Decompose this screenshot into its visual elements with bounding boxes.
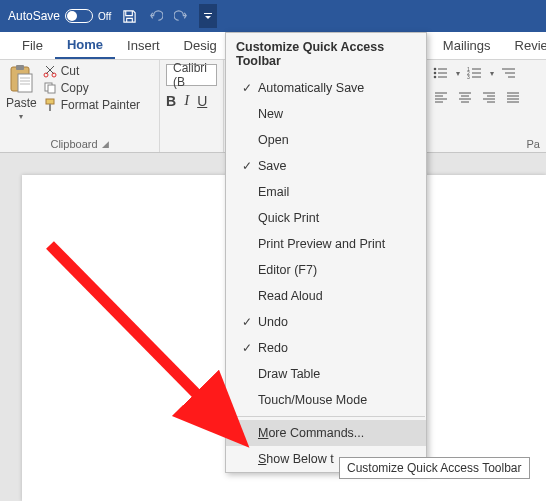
check-icon: ✓ <box>236 315 258 329</box>
menu-item-draw-table[interactable]: Draw Table <box>226 361 426 387</box>
menu-item-label: Draw Table <box>258 367 320 381</box>
menu-title: Customize Quick Access Toolbar <box>226 33 426 75</box>
font-name-combo[interactable]: Calibri (B <box>166 64 217 86</box>
chevron-down-icon[interactable]: ▾ <box>456 69 460 78</box>
svg-rect-10 <box>46 99 54 104</box>
switch-knob <box>67 11 77 21</box>
menu-item-label: Automatically Save <box>258 81 364 95</box>
cut-label: Cut <box>61 64 80 78</box>
multilevel-list-icon[interactable] <box>500 64 518 82</box>
menu-item-email[interactable]: Email <box>226 179 426 205</box>
qat-customize-menu: Customize Quick Access Toolbar ✓Automati… <box>225 32 427 473</box>
menu-item-quick-print[interactable]: Quick Print <box>226 205 426 231</box>
chevron-down-icon[interactable]: ▾ <box>19 112 23 121</box>
cut-icon <box>43 64 57 78</box>
menu-item-label: Print Preview and Print <box>258 237 385 251</box>
bullets-icon[interactable] <box>432 64 450 82</box>
menu-item-label: Save <box>258 159 287 173</box>
menu-item-label: Redo <box>258 341 288 355</box>
paste-icon <box>8 64 34 94</box>
save-icon[interactable] <box>121 8 137 24</box>
underline-button[interactable]: U <box>197 93 207 109</box>
qat-customize-dropdown[interactable] <box>199 4 217 28</box>
clipboard-group-label: Clipboard <box>50 138 97 150</box>
svg-point-16 <box>434 76 437 79</box>
svg-rect-9 <box>48 85 55 93</box>
menu-more-commands[interactable]: More Commands... <box>226 420 426 446</box>
paste-button[interactable]: Paste ▾ <box>6 64 37 121</box>
group-paragraph: ▾ 123 ▾ Pa <box>426 60 546 152</box>
menu-item-print-preview-and-print[interactable]: Print Preview and Print <box>226 231 426 257</box>
tab-home[interactable]: Home <box>55 32 115 59</box>
format-painter-icon <box>43 98 57 112</box>
tab-file[interactable]: File <box>10 32 55 59</box>
tooltip: Customize Quick Access Toolbar <box>339 457 530 479</box>
menu-item-automatically-save[interactable]: ✓Automatically Save <box>226 75 426 101</box>
align-center-icon[interactable] <box>456 88 474 106</box>
autosave-switch[interactable] <box>65 9 93 23</box>
menu-item-new[interactable]: New <box>226 101 426 127</box>
menu-item-touch-mouse-mode[interactable]: Touch/Mouse Mode <box>226 387 426 413</box>
format-painter-button[interactable]: Format Painter <box>43 98 140 112</box>
svg-text:3: 3 <box>467 74 470 80</box>
menu-item-save[interactable]: ✓Save <box>226 153 426 179</box>
autosave-toggle[interactable]: AutoSave Off <box>8 9 111 23</box>
menu-item-editor-f7-[interactable]: Editor (F7) <box>226 257 426 283</box>
paste-label: Paste <box>6 96 37 110</box>
menu-item-redo[interactable]: ✓Redo <box>226 335 426 361</box>
menu-separator <box>227 416 425 417</box>
justify-icon[interactable] <box>504 88 522 106</box>
menu-item-label: Read Aloud <box>258 289 323 303</box>
group-font: Calibri (B B I U <box>160 60 224 152</box>
format-painter-label: Format Painter <box>61 98 140 112</box>
menu-item-undo[interactable]: ✓Undo <box>226 309 426 335</box>
chevron-down-icon[interactable]: ▾ <box>490 69 494 78</box>
clipboard-launcher-icon[interactable]: ◢ <box>102 139 109 149</box>
tab-design[interactable]: Desig <box>172 32 229 59</box>
copy-label: Copy <box>61 81 89 95</box>
menu-item-label: Editor (F7) <box>258 263 317 277</box>
svg-rect-1 <box>16 65 24 70</box>
check-icon: ✓ <box>236 341 258 355</box>
menu-item-label: Undo <box>258 315 288 329</box>
autosave-state: Off <box>98 11 111 22</box>
italic-button[interactable]: I <box>184 92 189 109</box>
menu-item-label: Email <box>258 185 289 199</box>
numbering-icon[interactable]: 123 <box>466 64 484 82</box>
svg-point-12 <box>434 68 437 71</box>
menu-item-label: Open <box>258 133 289 147</box>
svg-rect-11 <box>49 104 51 111</box>
title-bar: AutoSave Off <box>0 0 546 32</box>
paragraph-group-label: Pa <box>527 138 540 150</box>
menu-item-open[interactable]: Open <box>226 127 426 153</box>
align-left-icon[interactable] <box>432 88 450 106</box>
tab-insert[interactable]: Insert <box>115 32 172 59</box>
menu-item-label: New <box>258 107 283 121</box>
menu-item-read-aloud[interactable]: Read Aloud <box>226 283 426 309</box>
bold-button[interactable]: B <box>166 93 176 109</box>
svg-point-14 <box>434 72 437 75</box>
copy-icon <box>43 81 57 95</box>
autosave-label: AutoSave <box>8 9 60 23</box>
check-icon: ✓ <box>236 81 258 95</box>
tab-review[interactable]: Review <box>503 32 546 59</box>
tab-mailings[interactable]: Mailings <box>431 32 503 59</box>
menu-item-label: Quick Print <box>258 211 319 225</box>
undo-icon[interactable] <box>147 8 163 24</box>
check-icon: ✓ <box>236 159 258 173</box>
align-right-icon[interactable] <box>480 88 498 106</box>
group-clipboard: Paste ▾ Cut Copy <box>0 60 160 152</box>
redo-icon[interactable] <box>173 8 189 24</box>
copy-button[interactable]: Copy <box>43 81 140 95</box>
quick-access-toolbar <box>121 4 217 28</box>
menu-item-label: Touch/Mouse Mode <box>258 393 367 407</box>
svg-rect-2 <box>18 74 32 92</box>
cut-button[interactable]: Cut <box>43 64 140 78</box>
